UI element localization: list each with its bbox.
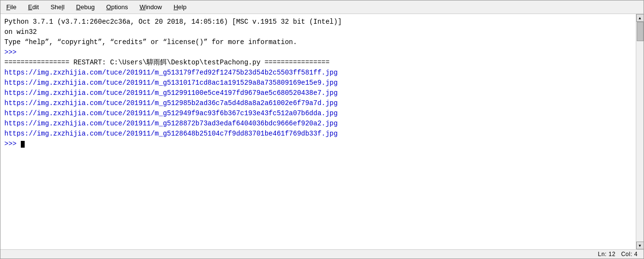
scrollbar: ▲ ▼ xyxy=(636,14,644,249)
scroll-down-button[interactable]: ▼ xyxy=(636,242,644,249)
platform-line: on win32 xyxy=(4,27,632,37)
idle-window: File Edit Shell Debug Options Window Hel… xyxy=(0,0,644,259)
menubar: File Edit Shell Debug Options Window Hel… xyxy=(0,0,644,14)
scroll-up-button[interactable]: ▲ xyxy=(636,14,644,22)
col-number: Col: 4 xyxy=(621,251,638,258)
cursor xyxy=(21,141,25,148)
content-area: Python 3.7.1 (v3.7.1:260ec2c36a, Oct 20 … xyxy=(0,14,644,249)
url-line-6[interactable]: https://img.zxzhijia.com/tuce/201911/m_g… xyxy=(4,119,632,129)
url-line-3[interactable]: https://img.zxzhijia.com/tuce/201911/m_g… xyxy=(4,88,632,98)
menu-edit[interactable]: Edit xyxy=(26,2,41,12)
python-version-line: Python 3.7.1 (v3.7.1:260ec2c36a, Oct 20 … xyxy=(4,17,632,27)
active-prompt: >>> xyxy=(4,139,632,149)
scroll-track[interactable] xyxy=(636,22,644,242)
first-prompt: >>> xyxy=(4,47,632,58)
menu-debug[interactable]: Debug xyxy=(74,2,96,12)
scroll-thumb[interactable] xyxy=(637,22,644,41)
menu-window[interactable]: Window xyxy=(137,2,164,12)
terminal-output[interactable]: Python 3.7.1 (v3.7.1:260ec2c36a, Oct 20 … xyxy=(0,14,636,249)
menu-help[interactable]: Help xyxy=(172,2,189,12)
menu-file[interactable]: File xyxy=(4,2,18,12)
url-line-7[interactable]: https://img.zxzhijia.com/tuce/201911/m_g… xyxy=(4,129,632,139)
line-col-info: Ln: 12 Col: 4 xyxy=(598,251,638,258)
url-line-2[interactable]: https://img.zxzhijia.com/tuce/201911/m_g… xyxy=(4,78,632,88)
help-hint-line: Type “help”, “copyright”, “credits” or “… xyxy=(4,37,632,47)
line-number: Ln: 12 xyxy=(598,251,615,258)
menu-shell[interactable]: Shell xyxy=(48,2,66,12)
url-line-1[interactable]: https://img.zxzhijia.com/tuce/201911/m_g… xyxy=(4,68,632,78)
url-line-4[interactable]: https://img.zxzhijia.com/tuce/201911/m_g… xyxy=(4,98,632,108)
statusbar: Ln: 12 Col: 4 xyxy=(0,249,644,259)
restart-line: ================ RESTART: C:\Users\騿雨餌\D… xyxy=(4,58,632,68)
url-line-5[interactable]: https://img.zxzhijia.com/tuce/201911/m_g… xyxy=(4,108,632,119)
menu-options[interactable]: Options xyxy=(105,2,130,12)
